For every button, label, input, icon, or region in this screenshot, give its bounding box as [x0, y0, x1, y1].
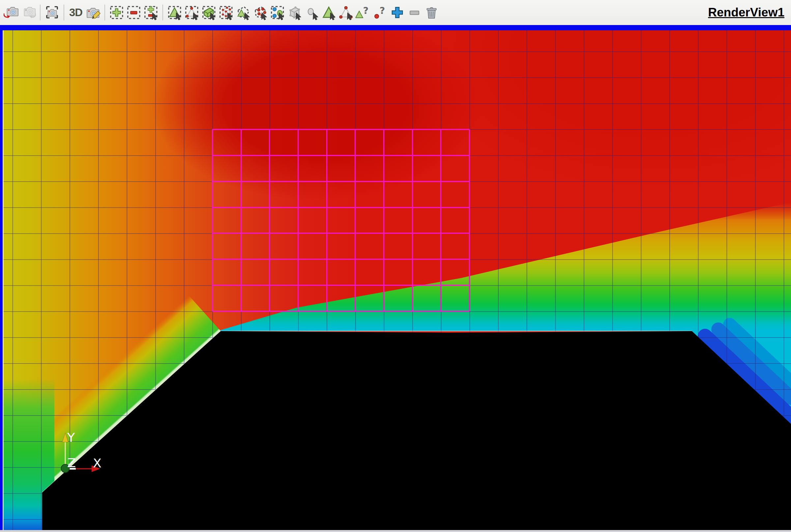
- render-viewport-container: Y Z X: [0, 30, 791, 532]
- hover-points-button[interactable]: [303, 2, 320, 23]
- toolbar-separator: [63, 5, 64, 20]
- select-cells-on-button[interactable]: [166, 2, 183, 23]
- question-glyph: ?: [363, 5, 369, 16]
- toggle-2d3d-label: 3D: [69, 6, 82, 19]
- query-points-button[interactable]: ?: [372, 2, 389, 23]
- select-points-polygon-icon: [253, 5, 268, 20]
- selection-add-icon: [109, 5, 124, 20]
- selection-subtract-button[interactable]: [126, 2, 142, 23]
- frame-bottom-edge: [0, 530, 791, 532]
- select-cells-polygon-icon: [236, 5, 251, 20]
- select-block-icon: [287, 5, 302, 20]
- reset-camera-button[interactable]: [44, 2, 60, 23]
- select-cells-through-button[interactable]: [201, 2, 217, 23]
- active-view-border: [0, 25, 791, 30]
- toolbar-separator: [163, 5, 163, 20]
- select-points-polygon-button[interactable]: [252, 2, 268, 23]
- interactive-select-points-icon: [338, 5, 354, 20]
- select-points-on-icon: [184, 5, 199, 20]
- query-points-icon: ?: [373, 5, 388, 20]
- render-viewport[interactable]: Y Z X: [0, 30, 791, 532]
- interactive-select-points-button[interactable]: [338, 2, 354, 23]
- toolbar-separator: [40, 5, 40, 20]
- camera-redo-icon: [21, 5, 36, 20]
- grow-selection-button[interactable]: [389, 2, 406, 23]
- query-cells-button[interactable]: ?: [355, 2, 371, 23]
- question-glyph: ?: [379, 5, 385, 16]
- selection-add-button[interactable]: [108, 2, 125, 23]
- query-cells-icon: ?: [356, 5, 371, 20]
- toggle-2d3d-button[interactable]: 3D: [68, 2, 84, 23]
- select-points-through-button[interactable]: [218, 2, 234, 23]
- view-title[interactable]: RenderView1: [708, 6, 787, 19]
- axis-z-label: Z: [67, 456, 76, 470]
- select-cells-through-icon: [201, 5, 216, 20]
- main-toolbar: 3D: [0, 0, 791, 25]
- hover-points-icon: [304, 5, 319, 20]
- interactive-select-cells-icon: [270, 5, 285, 20]
- zoom-to-data-icon: [85, 5, 100, 20]
- interactive-select-cells-button[interactable]: [269, 2, 286, 23]
- hover-cells-icon: [321, 5, 336, 20]
- shrink-selection-icon: [407, 5, 422, 20]
- zoom-to-data-button[interactable]: [85, 2, 101, 23]
- select-cells-polygon-button[interactable]: [235, 2, 251, 23]
- camera-redo-button[interactable]: [20, 2, 37, 23]
- camera-undo-button[interactable]: [3, 2, 19, 23]
- clear-selection-icon: [424, 5, 439, 20]
- application-window: 3D: [0, 0, 791, 532]
- select-block-button[interactable]: [286, 2, 303, 23]
- hover-cells-button[interactable]: [321, 2, 337, 23]
- camera-undo-icon: [4, 5, 19, 20]
- select-cells-on-icon: [167, 5, 182, 20]
- reset-camera-icon: [44, 5, 60, 20]
- grow-selection-icon: [390, 5, 405, 20]
- toolbar-separator: [105, 5, 105, 20]
- selection-toggle-icon: [143, 5, 158, 20]
- axis-y-label: Y: [67, 430, 75, 445]
- selection-toggle-button[interactable]: [143, 2, 159, 23]
- active-border-left: [0, 30, 3, 532]
- clear-selection-button[interactable]: [423, 2, 440, 23]
- shrink-selection-button[interactable]: [406, 2, 423, 23]
- select-points-through-icon: [219, 5, 233, 20]
- selection-subtract-icon: [126, 5, 141, 20]
- axis-x-label: X: [93, 456, 101, 470]
- frame-inner-highlight: [3, 30, 4, 532]
- select-points-on-button[interactable]: [184, 2, 200, 23]
